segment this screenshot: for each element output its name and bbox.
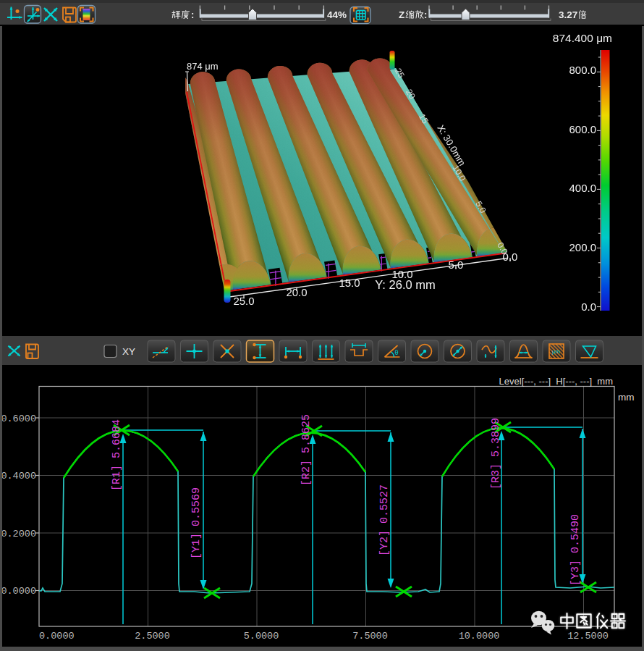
- svg-text:Z: Z: [399, 9, 404, 20]
- svg-text:θ: θ: [395, 349, 399, 356]
- svg-text:[Y1] 0.5569: [Y1] 0.5569: [190, 487, 203, 559]
- svg-text:0.6000: 0.6000: [1, 413, 36, 424]
- svg-text:874.400 μm: 874.400 μm: [553, 32, 612, 44]
- svg-text:2.5000: 2.5000: [135, 631, 170, 642]
- svg-text:7.5000: 7.5000: [352, 631, 388, 642]
- svg-text:0.0000: 0.0000: [1, 586, 36, 597]
- svg-text:800.0: 800.0: [569, 64, 596, 76]
- svg-text:XY: XY: [122, 346, 135, 357]
- svg-text:Y: 26.0 mm: Y: 26.0 mm: [375, 278, 435, 291]
- svg-text:400.0: 400.0: [569, 182, 596, 194]
- svg-text:[Y3] 0.5490: [Y3] 0.5490: [569, 514, 582, 586]
- svg-text:0.2000: 0.2000: [1, 529, 36, 539]
- svg-text:5.0: 5.0: [449, 259, 464, 271]
- svg-text:0.4000: 0.4000: [1, 471, 36, 482]
- svg-text:Level[---, ---] H[---, ---]: Level[---, ---] H[---, ---] mm: [499, 376, 613, 387]
- svg-text:[R3] 5.3899: [R3] 5.3899: [490, 418, 502, 490]
- svg-text:200.0: 200.0: [569, 241, 596, 253]
- svg-text:10.0000: 10.0000: [459, 631, 500, 642]
- svg-text:0.0000: 0.0000: [39, 631, 75, 642]
- svg-text:3.27: 3.27: [559, 9, 577, 20]
- svg-text:600.0: 600.0: [569, 123, 596, 135]
- svg-text::: :: [424, 9, 427, 20]
- svg-text:[R1] 5.6684: [R1] 5.6684: [111, 419, 123, 491]
- svg-text:0.0: 0.0: [581, 301, 596, 313]
- svg-text::: :: [191, 9, 194, 20]
- svg-text:12.5000: 12.5000: [567, 631, 609, 642]
- svg-text:44%: 44%: [327, 9, 347, 20]
- svg-text:[Y2] 0.5527: [Y2] 0.5527: [378, 484, 391, 556]
- svg-text:25.0: 25.0: [233, 295, 254, 307]
- svg-text:[R2] 5.8625: [R2] 5.8625: [300, 414, 313, 486]
- svg-text:5.0000: 5.0000: [244, 631, 279, 642]
- svg-text:mm: mm: [618, 392, 635, 403]
- svg-text:874 μm: 874 μm: [187, 61, 219, 72]
- svg-text:15.0: 15.0: [339, 277, 360, 289]
- svg-text:20.0: 20.0: [286, 286, 307, 298]
- svg-text:μm: μm: [552, 348, 561, 355]
